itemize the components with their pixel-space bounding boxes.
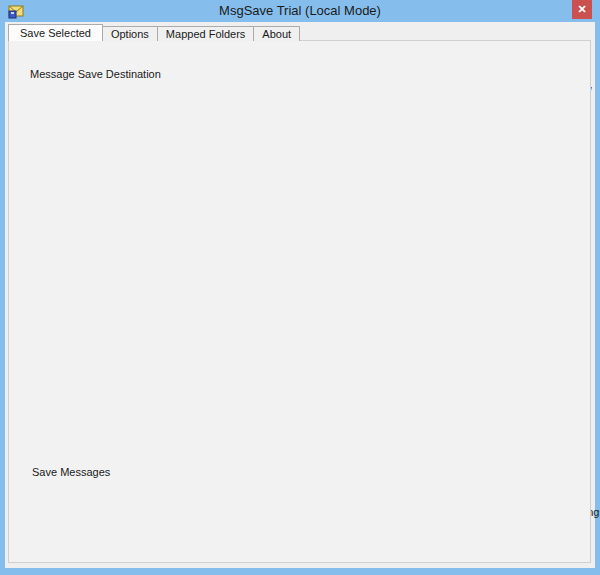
close-button[interactable]: ✕ <box>572 0 592 19</box>
tab-strip: Save Selected Options Mapped Folders Abo… <box>8 24 299 41</box>
window-title: MsgSave Trial (Local Mode) <box>0 3 600 18</box>
message-save-destination-label: Message Save Destination <box>26 68 165 80</box>
tab-options[interactable]: Options <box>102 26 158 41</box>
title-bar: MsgSave Trial (Local Mode) ✕ <box>0 0 600 22</box>
tab-mapped-folders[interactable]: Mapped Folders <box>157 26 255 41</box>
tab-about[interactable]: About <box>253 26 300 41</box>
tab-page <box>8 40 591 563</box>
save-messages-group-label: Save Messages <box>28 466 114 478</box>
app-window: MsgSave Trial (Local Mode) ✕ Save Select… <box>0 0 600 575</box>
tab-save-selected[interactable]: Save Selected <box>8 24 103 41</box>
